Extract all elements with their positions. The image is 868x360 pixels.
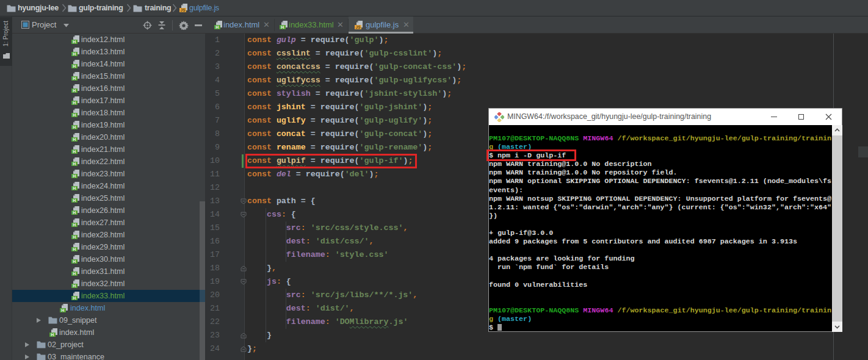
svg-text:JS: JS [181,8,186,12]
svg-text:H: H [73,211,76,215]
svg-text:H: H [73,247,76,251]
svg-text:H: H [73,259,76,264]
svg-text:H: H [73,284,76,288]
svg-text:H: H [73,88,76,93]
svg-text:H: H [73,149,76,154]
svg-text:H: H [73,235,76,239]
svg-text:H: H [215,25,219,29]
svg-text:H: H [73,272,76,276]
svg-text:H: H [73,64,76,68]
svg-text:H: H [73,76,76,81]
svg-text:H: H [281,25,284,29]
svg-text:H: H [61,308,64,312]
svg-text:H: H [73,40,76,44]
svg-text:H: H [73,101,76,105]
svg-text:H: H [73,296,76,300]
svg-text:H: H [73,113,76,117]
svg-text:JS: JS [356,25,361,29]
svg-text:H: H [73,174,76,178]
svg-text:H: H [73,52,76,56]
svg-text:H: H [73,137,76,142]
svg-text:H: H [73,186,76,190]
svg-text:H: H [73,198,76,203]
svg-text:H: H [73,223,76,227]
svg-text:H: H [73,125,76,129]
svg-text:H: H [51,333,54,337]
svg-text:H: H [73,162,76,166]
